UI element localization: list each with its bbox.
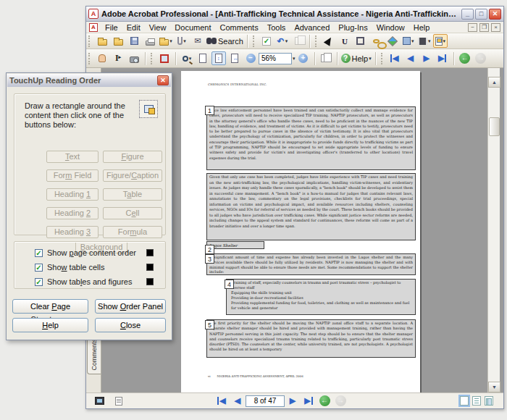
maximize-button[interactable]: □ xyxy=(475,9,487,20)
crop-tool-button[interactable] xyxy=(353,34,368,48)
help-button[interactable]: ?Help▾ xyxy=(341,51,372,65)
menu-advanced[interactable]: Advanced xyxy=(290,22,334,33)
text-button[interactable]: Text xyxy=(46,151,99,163)
formula-button[interactable]: Formula xyxy=(103,226,162,238)
open-button[interactable] xyxy=(95,34,109,48)
reading-region-5[interactable]: The first priority for the shelter shoul… xyxy=(206,319,416,358)
dropdown-arrow-icon[interactable]: ▾ xyxy=(189,56,192,62)
reading-region-2[interactable]: Lagos Shelter xyxy=(206,241,264,249)
toolbar-grip[interactable] xyxy=(151,53,154,64)
link-tool-button[interactable] xyxy=(369,34,384,48)
zoom-out-button[interactable]: − xyxy=(243,51,258,65)
title-bar[interactable]: A Adobe Acrobat Professional - [Anti-Tra… xyxy=(86,7,503,22)
snapshot-tool-button[interactable] xyxy=(127,51,141,65)
fit-page-button[interactable] xyxy=(196,51,210,65)
tables-figures-color-swatch[interactable] xyxy=(146,278,154,285)
content-order-color-swatch[interactable] xyxy=(146,249,154,256)
menu-edit[interactable]: Edit xyxy=(122,22,145,33)
select-object-mode-button[interactable] xyxy=(157,51,172,65)
reading-region-3[interactable]: A significant amount of time and expense… xyxy=(206,253,416,275)
menu-window[interactable]: Window xyxy=(372,22,409,33)
print-button[interactable] xyxy=(143,34,157,48)
spellcheck-button[interactable]: ✓ xyxy=(259,34,274,48)
clear-page-structure-button[interactable]: Clear Page Structure... xyxy=(12,299,88,314)
reading-mode-button[interactable] xyxy=(92,394,106,408)
menu-help[interactable]: Help xyxy=(409,22,435,33)
dialog-close-button[interactable]: ✕ xyxy=(157,75,169,85)
doc-close-button[interactable]: × xyxy=(491,23,500,32)
heading-1-button[interactable]: Heading 1 xyxy=(46,188,99,201)
close-button-dialog[interactable]: Close xyxy=(95,318,166,332)
movie-tool-button[interactable]: ▾ xyxy=(417,34,432,48)
toolbar-grip[interactable] xyxy=(88,53,92,64)
zoom-tool-button[interactable]: ▾ xyxy=(180,51,194,65)
page-number-input[interactable] xyxy=(246,395,285,407)
checkbox-checked[interactable]: ✓ xyxy=(35,278,43,286)
first-page-button[interactable]: ◀ xyxy=(387,51,402,65)
status-previous-view-button[interactable]: ← xyxy=(317,394,332,408)
select-object-tool-button[interactable] xyxy=(322,34,336,48)
continuous-layout-button[interactable] xyxy=(472,396,481,406)
minimize-button[interactable]: _ xyxy=(461,9,474,20)
toolbar-grip[interactable] xyxy=(88,35,92,47)
doc-minimize-button[interactable]: − xyxy=(468,23,477,32)
dropdown-arrow-icon[interactable]: ▾ xyxy=(428,38,431,44)
dropdown-arrow-icon[interactable]: ▾ xyxy=(443,38,446,44)
comments-tab[interactable]: Comments xyxy=(87,335,101,374)
fit-width-button[interactable]: ↕ xyxy=(211,51,226,65)
search-button[interactable]: Search xyxy=(206,34,243,48)
toolbar-grip[interactable] xyxy=(315,35,319,47)
reading-region-1[interactable]: Once law enforcement personnel have been… xyxy=(206,106,416,170)
checkbox-checked[interactable]: ✓ xyxy=(35,249,43,257)
export-button[interactable]: ▾ xyxy=(159,34,173,48)
previous-page-button[interactable]: ◀ xyxy=(403,51,418,65)
hand-tool-button[interactable] xyxy=(95,51,109,65)
next-page-button[interactable]: ▶ xyxy=(419,51,434,65)
single-page-layout-button[interactable] xyxy=(460,396,469,406)
structure-tool-button[interactable] xyxy=(139,100,158,118)
vertical-scrollbar[interactable]: ▲ ▼ xyxy=(487,68,500,392)
open-web-button[interactable] xyxy=(111,34,125,48)
touchup-text-tool-button[interactable]: U xyxy=(338,34,352,48)
menu-document[interactable]: Document xyxy=(170,22,215,33)
facing-layout-button[interactable] xyxy=(485,396,493,406)
touchup-reading-order-tool-button[interactable]: ▾ xyxy=(433,34,448,48)
scroll-up-button[interactable]: ▲ xyxy=(488,77,500,88)
show-order-panel-button[interactable]: Show Order Panel xyxy=(95,299,166,314)
table-cells-color-swatch[interactable] xyxy=(146,264,154,271)
fit-visible-button[interactable]: ↔ xyxy=(227,51,242,65)
save-button[interactable] xyxy=(127,34,141,48)
form-field-button[interactable]: Form Field xyxy=(46,169,99,182)
pages-button[interactable]: ▾ xyxy=(319,51,333,65)
checkbox-checked[interactable]: ✓ xyxy=(35,264,43,272)
dropdown-arrow-icon[interactable]: ▾ xyxy=(169,38,172,44)
menu-plugins[interactable]: Plug-Ins xyxy=(334,22,372,33)
dropdown-arrow-icon[interactable]: ▾ xyxy=(183,38,186,44)
attach-button[interactable]: ▾ xyxy=(175,34,189,48)
form-field-tool-button[interactable]: ▾ xyxy=(401,34,416,48)
doc-restore-button[interactable]: ❐ xyxy=(479,23,489,32)
status-first-page-button[interactable]: ◀ xyxy=(214,394,229,408)
dialog-title-bar[interactable]: TouchUp Reading Order ✕ xyxy=(7,74,171,87)
heading-2-button[interactable]: Heading 2 xyxy=(46,207,99,219)
previous-view-button[interactable]: ← xyxy=(458,51,472,65)
page-size-button[interactable] xyxy=(112,394,126,408)
status-next-page-button[interactable]: ▶ xyxy=(285,394,300,408)
undo-button[interactable]: ↶▾ xyxy=(275,34,290,48)
table-button[interactable]: Table xyxy=(103,188,162,201)
3d-tool-button[interactable] xyxy=(385,34,400,48)
select-text-tool-button[interactable]: I xyxy=(111,51,125,65)
menu-file[interactable]: File xyxy=(101,22,122,33)
status-last-page-button[interactable]: ▶ xyxy=(301,394,316,408)
figure-button[interactable]: Figure xyxy=(103,151,162,163)
zoom-dropdown-arrow-icon[interactable]: ▾ xyxy=(293,56,296,62)
zoom-in-button[interactable]: + xyxy=(296,51,311,65)
email-button[interactable]: ✉ xyxy=(190,34,205,48)
reading-region-1b[interactable]: Given that only one case has been comple… xyxy=(206,173,416,240)
status-previous-page-button[interactable]: ◀ xyxy=(230,394,245,408)
scrollbar-thumb[interactable] xyxy=(489,117,500,136)
last-page-button[interactable]: ▶ xyxy=(435,51,450,65)
reading-region-4[interactable]: √Training of staff, especially counselor… xyxy=(226,279,416,315)
menu-tools[interactable]: Tools xyxy=(263,22,290,33)
scroll-down-button[interactable]: ▼ xyxy=(488,382,500,392)
